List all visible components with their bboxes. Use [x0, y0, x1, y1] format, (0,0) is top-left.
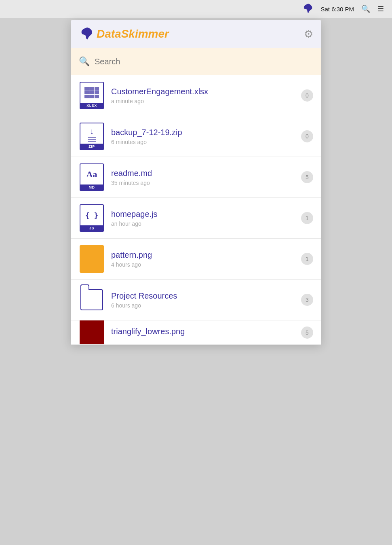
file-icon-folder — [79, 285, 105, 314]
file-name: backup_7-12-19.zip — [111, 128, 301, 137]
file-icon-js: { } JS — [79, 204, 105, 233]
file-time: 35 minutes ago — [111, 180, 301, 186]
file-name: Project Resources — [111, 291, 301, 301]
status-time: Sat 6:30 PM — [320, 6, 354, 13]
file-badge: 5 — [301, 171, 313, 183]
file-name: pattern.png — [111, 250, 301, 260]
app-title: DataSkimmer — [97, 28, 169, 40]
file-icon-zip: ↓ ZIP — [79, 122, 105, 151]
file-time: 4 hours ago — [111, 261, 301, 268]
app-window: DataSkimmer ⚙ 🔍 XLSX — [71, 20, 321, 345]
file-info: pattern.png 4 hours ago — [111, 250, 301, 268]
file-icon-md: Aa MD — [79, 163, 105, 192]
search-icon: 🔍 — [79, 56, 90, 67]
status-menu-icon[interactable]: ☰ — [377, 4, 384, 13]
list-item[interactable]: pattern.png 4 hours ago 1 — [71, 239, 321, 280]
search-input[interactable] — [95, 57, 313, 66]
logo-bird-icon — [79, 27, 93, 41]
app-logo: DataSkimmer — [79, 27, 169, 41]
list-item[interactable]: XLSX CustomerEngagement.xlsx a minute ag… — [71, 75, 321, 116]
file-info: CustomerEngagement.xlsx a minute ago — [111, 87, 301, 104]
file-icon-xlsx: XLSX — [79, 81, 105, 110]
file-time: 6 minutes ago — [111, 139, 301, 145]
list-item[interactable]: Aa MD readme.md 35 minutes ago 5 — [71, 157, 321, 198]
file-name: trianglify_lowres.png — [111, 327, 301, 336]
file-badge: 5 — [301, 327, 313, 339]
file-name: CustomerEngagement.xlsx — [111, 87, 301, 96]
file-info: homepage.js an hour ago — [111, 210, 301, 227]
file-time: a minute ago — [111, 98, 301, 104]
file-badge: 0 — [301, 89, 313, 102]
file-badge: 1 — [301, 253, 313, 265]
file-time: 6 hours ago — [111, 302, 301, 309]
file-badge: 0 — [301, 130, 313, 142]
file-name: homepage.js — [111, 210, 301, 219]
file-badge: 3 — [301, 294, 313, 306]
file-info: backup_7-12-19.zip 6 minutes ago — [111, 128, 301, 145]
file-badge: 1 — [301, 212, 313, 224]
file-name: readme.md — [111, 169, 301, 178]
status-search-icon[interactable]: 🔍 — [361, 4, 370, 13]
file-list: XLSX CustomerEngagement.xlsx a minute ag… — [71, 75, 321, 345]
list-item[interactable]: ↓ ZIP backup_7-12-19.zip 6 minutes ago 0 — [71, 116, 321, 157]
file-time: an hour ago — [111, 221, 301, 227]
list-item[interactable]: trianglify_lowres.png 5 — [71, 320, 321, 345]
app-header: DataSkimmer ⚙ — [71, 20, 321, 48]
file-icon-png-orange — [79, 244, 105, 274]
file-icon-png-red — [79, 320, 105, 345]
file-info: trianglify_lowres.png — [111, 327, 301, 338]
list-item[interactable]: Project Resources 6 hours ago 3 — [71, 280, 321, 320]
list-item[interactable]: { } JS homepage.js an hour ago 1 — [71, 198, 321, 239]
status-bar: Sat 6:30 PM 🔍 ☰ — [0, 0, 392, 18]
file-info: Project Resources 6 hours ago — [111, 291, 301, 309]
search-bar: 🔍 — [71, 48, 321, 75]
file-info: readme.md 35 minutes ago — [111, 169, 301, 186]
gear-icon[interactable]: ⚙ — [304, 29, 313, 39]
bird-status-icon — [302, 3, 313, 15]
